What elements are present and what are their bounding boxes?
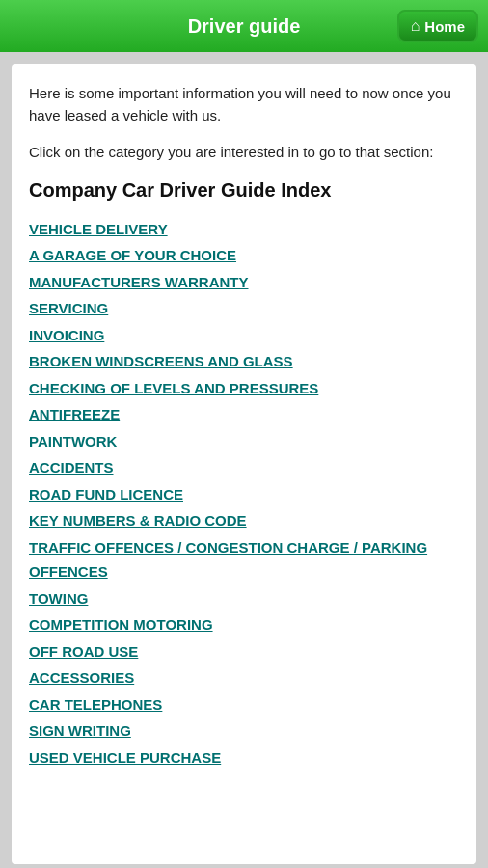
nav-link-0[interactable]: VEHICLE DELIVERY: [29, 217, 168, 242]
list-item: BROKEN WINDSCREENS AND GLASS: [29, 349, 459, 374]
click-info: Click on the category you are interested…: [29, 142, 459, 164]
link-list: VEHICLE DELIVERYA GARAGE OF YOUR CHOICEM…: [29, 217, 459, 771]
header-title: Driver guide: [188, 15, 301, 38]
intro-text: Here is some important information you w…: [29, 83, 459, 126]
list-item: PAINTWORK: [29, 429, 459, 454]
nav-link-4[interactable]: INVOICING: [29, 323, 104, 348]
list-item: TOWING: [29, 586, 459, 611]
nav-link-12[interactable]: TRAFFIC OFFENCES / CONGESTION CHARGE / P…: [29, 535, 459, 584]
home-button-label: Home: [424, 18, 465, 35]
nav-link-2[interactable]: MANUFACTURERS WARRANTY: [29, 270, 249, 295]
nav-link-19[interactable]: USED VEHICLE PURCHASE: [29, 746, 221, 771]
nav-link-14[interactable]: COMPETITION MOTORING: [29, 612, 213, 637]
list-item: A GARAGE OF YOUR CHOICE: [29, 243, 459, 268]
nav-link-17[interactable]: CAR TELEPHONES: [29, 692, 162, 718]
list-item: VEHICLE DELIVERY: [29, 217, 459, 242]
nav-link-1[interactable]: A GARAGE OF YOUR CHOICE: [29, 243, 236, 268]
nav-link-8[interactable]: PAINTWORK: [29, 429, 117, 454]
index-title: Company Car Driver Guide Index: [29, 179, 459, 202]
list-item: ACCESSORIES: [29, 665, 459, 691]
nav-link-7[interactable]: ANTIFREEZE: [29, 402, 120, 427]
nav-link-6[interactable]: CHECKING OF LEVELS AND PRESSURES: [29, 376, 318, 401]
list-item: TRAFFIC OFFENCES / CONGESTION CHARGE / P…: [29, 535, 459, 584]
list-item: MANUFACTURERS WARRANTY: [29, 270, 459, 295]
nav-link-11[interactable]: KEY NUMBERS & RADIO CODE: [29, 508, 247, 533]
list-item: KEY NUMBERS & RADIO CODE: [29, 508, 459, 533]
list-item: ACCIDENTS: [29, 455, 459, 480]
nav-link-3[interactable]: SERVICING: [29, 296, 108, 321]
list-item: CHECKING OF LEVELS AND PRESSURES: [29, 376, 459, 401]
list-item: USED VEHICLE PURCHASE: [29, 746, 459, 771]
list-item: ROAD FUND LICENCE: [29, 482, 459, 507]
list-item: SERVICING: [29, 296, 459, 321]
list-item: CAR TELEPHONES: [29, 692, 459, 718]
list-item: OFF ROAD USE: [29, 639, 459, 665]
nav-link-15[interactable]: OFF ROAD USE: [29, 639, 138, 665]
nav-link-16[interactable]: ACCESSORIES: [29, 665, 134, 691]
home-icon: ⌂: [411, 17, 420, 35]
nav-link-18[interactable]: SIGN WRITING: [29, 719, 131, 744]
nav-link-13[interactable]: TOWING: [29, 586, 88, 611]
home-button[interactable]: ⌂ Home: [397, 10, 478, 42]
header: Driver guide ⌂ Home: [0, 0, 488, 52]
list-item: ANTIFREEZE: [29, 402, 459, 427]
list-item: SIGN WRITING: [29, 719, 459, 744]
nav-link-5[interactable]: BROKEN WINDSCREENS AND GLASS: [29, 349, 293, 374]
nav-link-10[interactable]: ROAD FUND LICENCE: [29, 482, 183, 507]
list-item: COMPETITION MOTORING: [29, 612, 459, 637]
list-item: INVOICING: [29, 323, 459, 348]
content-wrapper: Here is some important information you w…: [12, 64, 476, 864]
nav-link-9[interactable]: ACCIDENTS: [29, 455, 114, 480]
